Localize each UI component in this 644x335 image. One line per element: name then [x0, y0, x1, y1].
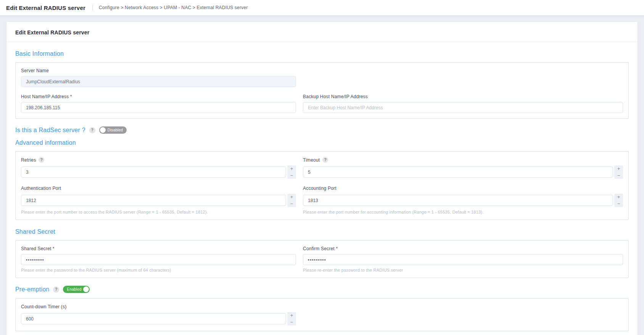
server-name-label: Server Name [21, 68, 296, 73]
timeout-label: Timeout [303, 157, 320, 163]
authentication-port-helper: Please enter the port number to access t… [21, 210, 296, 214]
retries-help-icon[interactable]: ? [39, 157, 44, 163]
backup-host-field-group: Backup Host Name/IP Address [303, 94, 623, 113]
countdown-timer-increment-button[interactable]: + [287, 312, 296, 319]
accounting-port-increment-button[interactable]: + [614, 194, 623, 201]
retries-label: Retries [21, 157, 36, 163]
basic-information-panel: Server Name Host Name/IP Address * Backu… [15, 62, 629, 119]
authentication-port-field-group: Authentication Port + − Please enter the… [21, 186, 296, 214]
shared-secret-field-group: Shared Secret * Please enter the passwor… [21, 246, 296, 272]
accounting-port-stepper: + − [614, 194, 623, 207]
radsec-toggle[interactable]: Disabled [99, 126, 127, 134]
radsec-toggle-label: Disabled [108, 128, 123, 132]
accounting-port-field-group: Accounting Port + − Please enter the por… [303, 186, 623, 214]
app-header: Edit External RADIUS server Configure > … [0, 0, 644, 15]
radsec-toggle-knob [100, 127, 106, 133]
server-name-field-group: Server Name [21, 68, 296, 87]
countdown-timer-label: Count-down Timer (s) [21, 304, 296, 309]
header-divider [92, 4, 93, 11]
section-heading-shared-secret: Shared Secret [15, 228, 629, 235]
preemption-help-icon[interactable]: ? [53, 286, 59, 293]
countdown-timer-stepper: + − [287, 312, 296, 325]
authentication-port-label: Authentication Port [21, 186, 296, 191]
edit-radius-card: Edit External RADIUS server Basic Inform… [6, 21, 638, 335]
timeout-input[interactable] [303, 167, 613, 178]
backup-host-input[interactable] [303, 102, 623, 113]
countdown-timer-field-group: Count-down Timer (s) + − [21, 304, 296, 325]
section-heading-radsec: Is this a RadSec server ? [15, 127, 85, 134]
shared-secret-helper: Please enter the password to the RADIUS … [21, 268, 296, 272]
section-heading-preemption: Pre-emption [15, 286, 49, 293]
backup-host-label: Backup Host Name/IP Address [303, 94, 623, 99]
authentication-port-input[interactable] [21, 195, 286, 206]
shared-secret-label: Shared Secret * [21, 246, 296, 251]
accounting-port-label: Accounting Port [303, 186, 623, 191]
accounting-port-helper: Please enter the port number for account… [303, 210, 623, 214]
countdown-timer-input[interactable] [21, 313, 286, 324]
authentication-port-increment-button[interactable]: + [287, 194, 296, 201]
timeout-stepper: + − [614, 165, 623, 179]
section-heading-basic-information: Basic Information [15, 50, 629, 57]
breadcrumb[interactable]: Configure > Network Access > UPAM - NAC … [99, 5, 248, 10]
shared-secret-panel: Shared Secret * Please enter the passwor… [15, 240, 629, 278]
timeout-increment-button[interactable]: + [614, 165, 623, 172]
card-body: Basic Information Server Name Host Name/… [6, 50, 638, 335]
preemption-toggle[interactable]: Enabled [63, 286, 90, 293]
countdown-timer-decrement-button[interactable]: − [287, 319, 296, 326]
confirm-secret-helper: Please re-enter the password to the RADI… [303, 268, 623, 272]
page-content: Edit External RADIUS server Basic Inform… [0, 15, 644, 335]
radsec-help-icon[interactable]: ? [89, 127, 95, 133]
advanced-information-panel: Retries ? + − Timeout [15, 151, 629, 220]
timeout-decrement-button[interactable]: − [614, 172, 623, 179]
host-field-group: Host Name/IP Address * [21, 94, 296, 113]
retries-decrement-button[interactable]: − [287, 172, 296, 179]
retries-input[interactable] [21, 167, 286, 178]
authentication-port-stepper: + − [287, 194, 296, 207]
confirm-secret-field-group: Confirm Secret * Please re-enter the pas… [303, 246, 623, 272]
shared-secret-input[interactable] [21, 254, 296, 265]
host-name-label: Host Name/IP Address * [21, 94, 296, 99]
preemption-toggle-label: Enabled [67, 287, 81, 291]
preemption-toggle-knob [83, 286, 89, 292]
preemption-heading-row: Pre-emption ? Enabled [15, 286, 629, 293]
server-name-input [21, 76, 296, 87]
timeout-field-group: Timeout ? + − [303, 157, 623, 179]
confirm-secret-input[interactable] [303, 254, 623, 265]
retries-stepper: + − [287, 165, 296, 179]
card-title: Edit External RADIUS server [15, 29, 629, 36]
retries-increment-button[interactable]: + [287, 165, 296, 172]
retries-field-group: Retries ? + − [21, 157, 296, 179]
confirm-secret-label: Confirm Secret * [303, 246, 623, 251]
radsec-heading-row: Is this a RadSec server ? ? Disabled [15, 126, 629, 134]
accounting-port-input[interactable] [303, 195, 613, 206]
timeout-help-icon[interactable]: ? [322, 157, 328, 163]
page-title: Edit External RADIUS server [6, 5, 85, 11]
section-heading-advanced-information: Advanced information [15, 139, 629, 146]
card-header: Edit External RADIUS server [6, 22, 638, 42]
accounting-port-decrement-button[interactable]: − [614, 201, 623, 207]
preemption-panel: Count-down Timer (s) + − [15, 298, 629, 331]
host-name-input[interactable] [21, 102, 296, 113]
authentication-port-decrement-button[interactable]: − [287, 201, 296, 207]
